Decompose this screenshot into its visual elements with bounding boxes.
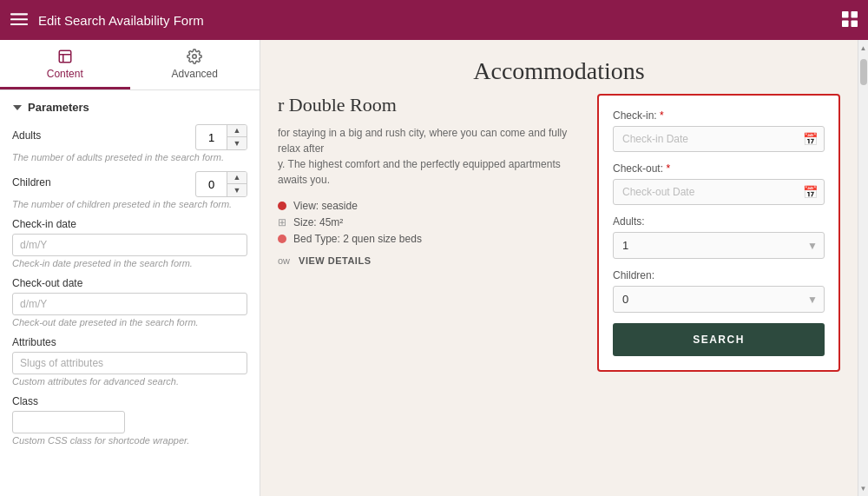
view-details-link[interactable]: VIEW DETAILS <box>299 255 371 266</box>
room-desc: for staying in a big and rush city, wher… <box>278 125 571 188</box>
attributes-label: Attributes <box>12 336 247 348</box>
children-increment[interactable]: ▲ <box>227 172 247 184</box>
svg-rect-6 <box>852 20 858 27</box>
checkin-form-label: Check-in: * <box>613 109 825 122</box>
scroll-down-arrow[interactable]: ▼ <box>858 482 869 494</box>
parameters-section-header[interactable]: Parameters <box>0 90 260 124</box>
feature-bed: Bed Type: 2 quen size beds <box>278 233 571 245</box>
room-card: r Double Room for staying in a big and r… <box>278 94 580 372</box>
checkin-date-input[interactable] <box>12 234 247 256</box>
class-input[interactable] <box>12 411 125 433</box>
class-label: Class <box>12 395 247 407</box>
checkin-date-label: Check-in date <box>12 218 247 230</box>
checkout-date-field[interactable] <box>613 179 825 205</box>
checkout-form-label: Check-out: * <box>613 162 825 175</box>
scroll-thumb[interactable] <box>860 59 867 85</box>
room-actions: ow VIEW DETAILS <box>278 255 571 266</box>
content-area: Accommodations r Double Room for staying… <box>260 40 858 496</box>
room-features: View: seaside ⊞ Size: 45m² Bed Type: 2 q… <box>278 200 571 245</box>
checkout-date-input[interactable] <box>12 293 247 315</box>
svg-rect-1 <box>10 18 28 20</box>
svg-marker-11 <box>13 105 22 110</box>
checkout-date-hint: Check-out date preseted in the search fo… <box>12 317 247 327</box>
svg-rect-0 <box>10 13 28 15</box>
children-form-label: Children: <box>613 269 825 281</box>
checkout-date-wrap: 📅 <box>613 179 825 205</box>
svg-rect-2 <box>10 23 28 25</box>
tab-content[interactable]: Content <box>0 40 130 89</box>
checkout-field: Check-out: * 📅 <box>613 162 825 205</box>
tab-advanced[interactable]: Advanced <box>130 40 260 89</box>
accommodations-title: Accommodations <box>260 40 858 94</box>
adults-decrement[interactable]: ▼ <box>227 137 247 149</box>
parameters-content: Adults ▲ ▼ The number of adults preseted… <box>0 124 260 466</box>
size-icon: ⊞ <box>278 216 286 228</box>
class-hint: Custom CSS class for shortcode wrapper. <box>12 435 247 446</box>
children-input[interactable] <box>196 175 227 195</box>
show-label: ow <box>278 255 290 266</box>
checkin-date-hint: Check-in date preseted in the search for… <box>12 258 247 268</box>
adults-select[interactable]: 1 2 3 4 5 <box>613 232 825 259</box>
hamburger-icon[interactable] <box>10 10 28 30</box>
children-decrement[interactable]: ▼ <box>227 184 247 196</box>
attributes-input[interactable] <box>12 352 247 374</box>
page-title: Edit Search Availability Form <box>38 13 832 28</box>
checkin-date-wrap: 📅 <box>613 126 825 152</box>
children-hint: The number of children preseted in the s… <box>12 199 247 209</box>
adults-form-label: Adults: <box>613 215 825 228</box>
adults-form-field: Adults: 1 2 3 4 5 ▼ <box>613 215 825 259</box>
children-label: Children <box>12 176 51 188</box>
children-select-wrap: 0 1 2 3 4 ▼ <box>613 286 825 313</box>
checkout-calendar-icon: 📅 <box>803 185 818 199</box>
adults-label: Adults <box>12 129 41 142</box>
checkin-calendar-icon: 📅 <box>803 132 818 146</box>
feature-dot-pink <box>278 235 286 243</box>
svg-rect-3 <box>842 11 849 18</box>
sidebar: Content Advanced Parameters Adults ▲ <box>0 40 260 496</box>
children-spinners: ▲ ▼ <box>227 172 247 196</box>
search-button[interactable]: SEARCH <box>613 323 825 356</box>
svg-rect-7 <box>59 50 71 63</box>
adults-hint: The number of adults preseted in the sea… <box>12 152 247 162</box>
adults-input-wrap: ▲ ▼ <box>195 124 247 150</box>
feature-view: View: seaside <box>278 200 571 212</box>
checkin-field: Check-in: * 📅 <box>613 109 825 152</box>
children-input-wrap: ▲ ▼ <box>195 171 247 197</box>
feature-dot-red <box>278 202 286 210</box>
svg-rect-4 <box>852 11 858 18</box>
top-bar: Edit Search Availability Form <box>0 0 868 40</box>
scroll-track: ▲ ▼ <box>858 40 868 496</box>
children-form-field: Children: 0 1 2 3 4 ▼ <box>613 269 825 313</box>
search-form-panel: Check-in: * 📅 Check-out: * <box>597 94 840 372</box>
tabs: Content Advanced <box>0 40 260 90</box>
attributes-hint: Custom attributes for advanced search. <box>12 376 247 387</box>
adults-select-wrap: 1 2 3 4 5 ▼ <box>613 232 825 259</box>
room-title: r Double Room <box>278 94 571 116</box>
checkout-date-label: Check-out date <box>12 277 247 289</box>
svg-point-10 <box>193 55 197 59</box>
children-select[interactable]: 0 1 2 3 4 <box>613 286 825 313</box>
checkin-date-field[interactable] <box>613 126 825 152</box>
scroll-up-arrow[interactable]: ▲ <box>858 42 869 54</box>
svg-rect-5 <box>842 20 849 27</box>
feature-size: ⊞ Size: 45m² <box>278 216 571 228</box>
grid-icon[interactable] <box>842 11 858 30</box>
adults-spinners: ▲ ▼ <box>227 125 247 149</box>
adults-increment[interactable]: ▲ <box>227 125 247 137</box>
adults-input[interactable] <box>196 128 227 148</box>
